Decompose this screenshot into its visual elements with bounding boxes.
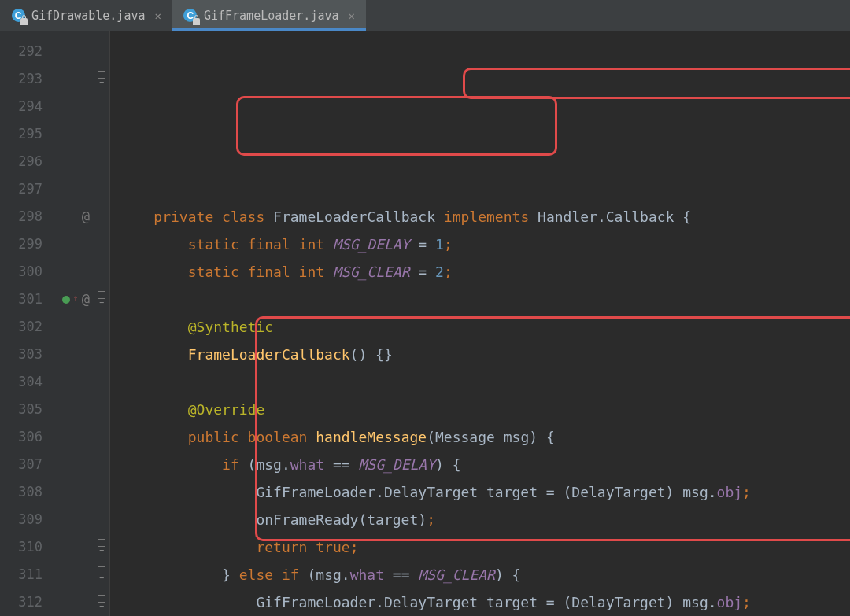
code-line[interactable]: @Override	[120, 396, 850, 423]
gutter-marker-row	[49, 533, 94, 561]
fold-gutter	[94, 31, 110, 616]
line-number: 303	[0, 341, 42, 368]
gutter-marker-row	[49, 148, 94, 175]
at-marker: @	[82, 286, 90, 313]
line-number: 307	[0, 451, 42, 478]
up-arrow-icon: ↑	[73, 285, 79, 312]
tab-gifframeloader[interactable]: C GifFrameLoader.java ✕	[172, 0, 366, 31]
code-line[interactable]	[120, 286, 850, 313]
lock-icon	[193, 18, 200, 25]
line-number: 293	[0, 65, 42, 93]
gutter-marker-row: @	[49, 203, 94, 231]
gutter-marker-row	[49, 506, 94, 533]
lock-icon	[20, 18, 28, 25]
gutter-marker-row	[49, 588, 94, 616]
tab-label: GifFrameLoader.java	[204, 9, 339, 23]
fold-handle[interactable]	[98, 71, 105, 79]
line-number: 312	[0, 588, 42, 616]
code-line[interactable]: private class FrameLoaderCallback implem…	[120, 203, 850, 231]
gutter-marker-row	[49, 231, 94, 258]
close-icon[interactable]: ✕	[346, 9, 355, 22]
line-number: 300	[0, 258, 42, 286]
code-line[interactable]: } else if (msg.what == MSG_CLEAR) {	[120, 561, 850, 588]
code-line[interactable]: return true;	[120, 533, 850, 561]
line-number: 302	[0, 313, 42, 341]
gutter-marker-row	[49, 451, 94, 478]
line-number: 298	[0, 203, 42, 231]
gutter-marker-row	[49, 478, 94, 506]
code-line[interactable]	[120, 368, 850, 396]
line-number: 292	[0, 38, 42, 65]
code-line[interactable]: static final int MSG_CLEAR = 2;	[120, 258, 850, 286]
tab-gifdrawable[interactable]: C GifDrawable.java ✕	[0, 0, 172, 31]
line-number: 309	[0, 506, 42, 533]
code-line[interactable]: if (msg.what == MSG_DELAY) {	[120, 451, 850, 478]
code-line[interactable]: @Synthetic	[120, 313, 850, 341]
fold-handle[interactable]	[98, 595, 105, 603]
line-number-gutter: 2922932942952962972982993003013023033043…	[0, 31, 49, 616]
line-number: 304	[0, 368, 42, 396]
code-area[interactable]: private class FrameLoaderCallback implem…	[110, 31, 850, 616]
line-number: 294	[0, 93, 42, 120]
java-class-icon: C	[183, 9, 198, 23]
gutter-marker-row	[49, 120, 94, 148]
java-class-icon: C	[11, 9, 25, 23]
line-number: 310	[0, 533, 42, 561]
gutter-marker-row	[49, 93, 94, 120]
line-number: 308	[0, 478, 42, 506]
code-line[interactable]: GifFrameLoader.DelayTarget target = (Del…	[120, 478, 850, 506]
gutter-marker-row	[49, 561, 94, 588]
highlight-implements	[463, 68, 850, 99]
gutter-marker-row	[49, 313, 94, 341]
close-icon[interactable]: ✕	[152, 9, 161, 22]
editor-tab-bar: C GifDrawable.java ✕ C GifFrameLoader.ja…	[0, 0, 850, 31]
line-number: 297	[0, 175, 42, 203]
gutter-marker-row	[49, 396, 94, 423]
gutter-marker-row: ↑ @	[49, 286, 94, 313]
override-icon[interactable]	[62, 296, 70, 304]
code-line[interactable]: static final int MSG_DELAY = 1;	[120, 231, 850, 258]
gutter-marker-row	[49, 175, 94, 203]
gutter-marker-row	[49, 258, 94, 286]
line-number: 311	[0, 561, 42, 588]
line-number: 299	[0, 231, 42, 258]
at-marker: @	[82, 203, 90, 231]
code-line[interactable]: FrameLoaderCallback() {}	[120, 341, 850, 368]
gutter-marker-row	[49, 368, 94, 396]
line-number: 301	[0, 286, 42, 313]
code-line[interactable]: GifFrameLoader.DelayTarget target = (Del…	[120, 588, 850, 616]
line-number: 296	[0, 148, 42, 175]
line-number: 306	[0, 423, 42, 451]
tab-label: GifDrawable.java	[31, 9, 146, 23]
highlight-constants	[236, 96, 557, 156]
gutter-marker-row	[49, 65, 94, 93]
marker-gutter: @↑ @	[49, 31, 94, 616]
line-number: 295	[0, 120, 42, 148]
gutter-marker-row	[49, 38, 94, 65]
line-number: 305	[0, 396, 42, 423]
code-editor[interactable]: 2922932942952962972982993003013023033043…	[0, 31, 850, 616]
code-line[interactable]: onFrameReady(target);	[120, 506, 850, 533]
gutter-marker-row	[49, 341, 94, 368]
fold-handle[interactable]	[98, 291, 105, 299]
fold-handle[interactable]	[98, 566, 105, 574]
fold-handle[interactable]	[98, 539, 105, 547]
fold-guide-line	[102, 71, 102, 612]
gutter-marker-row	[49, 423, 94, 451]
code-line[interactable]	[120, 175, 850, 203]
code-line[interactable]: public boolean handleMessage(Message msg…	[120, 423, 850, 451]
